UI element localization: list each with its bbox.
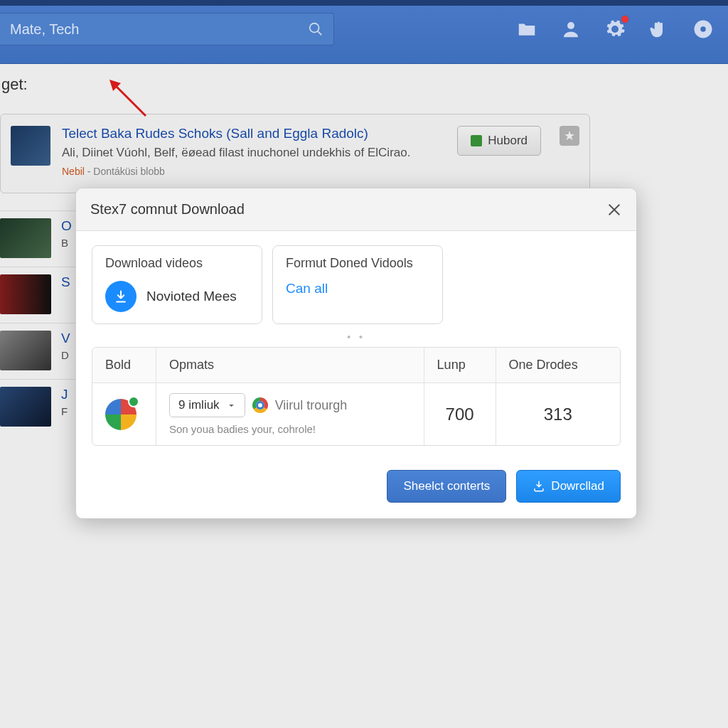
svg-point-4 bbox=[700, 26, 706, 32]
search-input[interactable] bbox=[10, 21, 308, 38]
gear-icon[interactable] bbox=[604, 18, 626, 40]
close-icon bbox=[606, 202, 622, 218]
user-icon[interactable] bbox=[560, 18, 582, 40]
col-header-opmats: Opmats bbox=[156, 348, 424, 383]
svg-point-2 bbox=[567, 22, 574, 29]
grab-icon[interactable] bbox=[648, 18, 670, 40]
app-pie-icon bbox=[105, 399, 136, 430]
folder-icon[interactable] bbox=[516, 18, 537, 40]
browser-tabs-strip bbox=[0, 0, 728, 6]
select-contents-button[interactable]: Sheelct conterts bbox=[387, 470, 506, 503]
row-note: Son youa badies your, cohrole! bbox=[169, 423, 411, 435]
download-modal: Stex7 comnut Download Download videos No… bbox=[75, 188, 637, 519]
disc-icon[interactable] bbox=[692, 18, 714, 40]
select-value: 9 imliuk bbox=[178, 398, 220, 412]
browser-text: Viirul trourgh bbox=[275, 398, 348, 413]
modal-header: Stex7 comnut Download bbox=[76, 188, 636, 231]
search-box[interactable] bbox=[0, 13, 334, 46]
header-icon-group bbox=[516, 18, 714, 40]
format-select[interactable]: 9 imliuk bbox=[169, 393, 245, 417]
download-table: Bold Opmats Lunp One Drodes 9 imliuk bbox=[92, 347, 621, 446]
option-label: Download videos bbox=[105, 256, 249, 271]
download-icon bbox=[532, 480, 545, 493]
check-badge-icon bbox=[128, 396, 139, 407]
pager-dots: • • bbox=[92, 331, 621, 343]
svg-line-1 bbox=[318, 31, 322, 36]
download-btn-label: Dowrcllad bbox=[551, 479, 604, 493]
table-row: 9 imliuk Viirul trourgh Son youa badies … bbox=[92, 383, 620, 445]
chevron-down-icon bbox=[227, 401, 236, 410]
download-icon bbox=[105, 281, 136, 312]
search-icon[interactable] bbox=[308, 21, 323, 37]
close-button[interactable] bbox=[606, 202, 622, 218]
col-header-lunp: Lunp bbox=[424, 348, 496, 383]
modal-footer: Sheelct conterts Dowrcllad bbox=[76, 463, 636, 518]
download-button[interactable]: Dowrcllad bbox=[516, 470, 621, 503]
modal-title: Stex7 comnut Download bbox=[90, 201, 245, 218]
option-action-link[interactable]: Can all bbox=[286, 281, 328, 296]
col-header-one-drodes: One Drodes bbox=[496, 348, 620, 383]
col-header-bold: Bold bbox=[92, 348, 156, 383]
modal-body: Download videos Novioted Mees Formut Don… bbox=[76, 231, 636, 463]
top-header bbox=[0, 0, 728, 64]
notification-badge bbox=[621, 15, 629, 23]
option-format-videos[interactable]: Formut Doned Vidools Can all bbox=[272, 245, 443, 324]
cell-lunp: 700 bbox=[424, 383, 496, 445]
option-download-videos[interactable]: Download videos Novioted Mees bbox=[92, 245, 262, 324]
svg-point-0 bbox=[310, 23, 319, 33]
select-btn-label: Sheelct conterts bbox=[403, 479, 490, 493]
option-label: Formut Doned Vidools bbox=[286, 256, 429, 271]
cell-one-drodes: 313 bbox=[496, 383, 620, 445]
option-action: Novioted Mees bbox=[146, 289, 237, 304]
browser-icon bbox=[252, 397, 268, 413]
